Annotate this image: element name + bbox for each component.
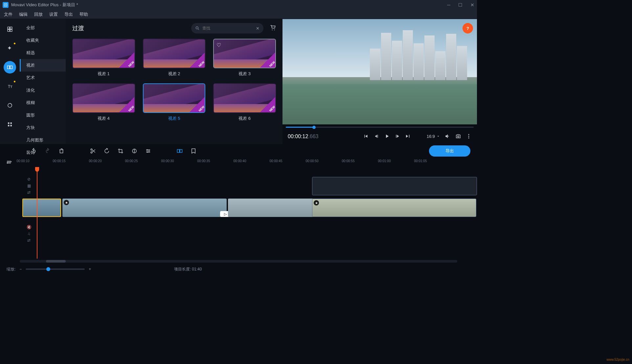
- cat-circle[interactable]: 圆形: [20, 109, 66, 121]
- menu-file[interactable]: 文件: [4, 11, 12, 17]
- timeline-tracks[interactable]: ⊘ ▦ ⇄ 👁 🔊 ← ★ ▷ ▷ ★ 🔇 ♫ ⇄: [0, 167, 477, 259]
- overlay-clip[interactable]: [312, 177, 477, 195]
- clip-effect-icon[interactable]: ★: [64, 200, 69, 205]
- transition-wizard-button[interactable]: [177, 148, 183, 154]
- audio-mute-icon[interactable]: 🔇: [27, 225, 32, 229]
- transitions-button[interactable]: [4, 61, 16, 74]
- clip-properties-button[interactable]: [145, 148, 151, 154]
- snapshot-button[interactable]: [455, 133, 461, 139]
- svg-rect-8: [11, 125, 12, 127]
- color-adjust-button[interactable]: [131, 148, 137, 154]
- aspect-ratio-select[interactable]: 16:9: [427, 134, 440, 139]
- zoom-slider[interactable]: [26, 268, 85, 270]
- video-clip-2[interactable]: ★: [62, 199, 227, 217]
- overlay-track-icon[interactable]: ▦: [27, 183, 31, 188]
- preview-controls: 00:00:12.663 16:9: [282, 128, 477, 144]
- cat-parallax[interactable]: 视差: [20, 59, 66, 72]
- zoom-in-button[interactable]: +: [89, 267, 91, 271]
- svg-rect-22: [177, 150, 180, 153]
- svg-text:Tᴛ: Tᴛ: [8, 84, 12, 89]
- svg-point-17: [91, 149, 92, 150]
- stickers-button[interactable]: [4, 99, 16, 112]
- timeline-scrollbar[interactable]: [20, 260, 457, 263]
- timeline-footer: 缩放: − + 项目长度: 01:40: [0, 264, 477, 274]
- menu-settings[interactable]: 设置: [49, 11, 58, 17]
- help-button[interactable]: ?: [463, 23, 473, 33]
- overlay-link-icon[interactable]: ⇄: [27, 190, 31, 195]
- rotate-button[interactable]: [104, 148, 110, 154]
- titles-button[interactable]: Tᴛ: [4, 80, 16, 93]
- cat-all[interactable]: 全部: [20, 22, 66, 34]
- delete-button[interactable]: [58, 148, 64, 154]
- prev-frame-button[interactable]: [373, 133, 379, 139]
- search-input[interactable]: [202, 26, 253, 31]
- svg-rect-2: [10, 66, 12, 69]
- transition-item-4[interactable]: NEW视差 4: [72, 83, 135, 121]
- transition-item-3[interactable]: ♡NEW视差 3: [213, 39, 276, 77]
- add-track-button[interactable]: +: [6, 159, 12, 166]
- timeline-ruler[interactable]: + 00:00:1000:00:1500:00:2000:00:2500:00:…: [0, 158, 477, 167]
- more-button[interactable]: [4, 118, 16, 131]
- filters-button[interactable]: [4, 42, 16, 54]
- search-box[interactable]: ✕: [191, 23, 263, 33]
- video-clip-4[interactable]: ★: [312, 199, 476, 217]
- transition-item-1[interactable]: NEW视差 1: [72, 39, 135, 77]
- cat-block[interactable]: 方块: [20, 121, 66, 134]
- redo-button[interactable]: [45, 148, 51, 154]
- svg-rect-1: [8, 66, 10, 69]
- clip-effect-icon[interactable]: ★: [314, 200, 319, 205]
- menu-edit[interactable]: 编辑: [19, 11, 28, 17]
- favorite-icon[interactable]: ♡: [216, 42, 221, 48]
- marker-button[interactable]: [191, 148, 196, 154]
- time-display: 00:00:12.663: [288, 133, 318, 139]
- titlebar: Movavi Video Editor Plus - 新项目 * ─ ☐ ✕: [0, 0, 477, 10]
- transition-item-6[interactable]: NEW视差 6: [213, 83, 276, 121]
- overlay-visibility-icon[interactable]: ⊘: [27, 177, 31, 182]
- import-button[interactable]: [4, 23, 16, 35]
- clear-search-icon[interactable]: ✕: [256, 26, 260, 31]
- zoom-label: 缩放:: [7, 267, 15, 272]
- close-button[interactable]: ✕: [470, 2, 474, 8]
- svg-point-10: [272, 29, 273, 30]
- svg-point-19: [147, 149, 148, 150]
- svg-rect-6: [11, 122, 12, 124]
- menu-playback[interactable]: 回放: [34, 11, 43, 17]
- cut-button[interactable]: [90, 148, 96, 154]
- preview-more-button[interactable]: [466, 133, 472, 139]
- transition-item-2[interactable]: NEW视差 2: [143, 39, 206, 77]
- export-button[interactable]: 导出: [429, 145, 470, 157]
- audio-track-icon[interactable]: ♫: [28, 231, 31, 236]
- cat-favorites[interactable]: 收藏夹: [20, 34, 66, 47]
- next-clip-button[interactable]: [405, 133, 411, 139]
- transition-item-5[interactable]: NEW视差 5: [143, 83, 206, 121]
- volume-button[interactable]: [445, 133, 451, 139]
- preview-video[interactable]: ?: [282, 19, 477, 124]
- ruler-tick: 00:01:05: [414, 159, 427, 163]
- minimize-button[interactable]: ─: [447, 2, 450, 8]
- toolbar-left: Tᴛ: [0, 19, 20, 144]
- playbar[interactable]: [286, 126, 474, 128]
- cart-icon[interactable]: [270, 25, 276, 32]
- menu-export[interactable]: 导出: [64, 11, 73, 17]
- category-panel: 全部 收藏夹 精选 视差 艺术 淡化 模糊 圆形 方块 几何图形 装饰: [20, 19, 66, 144]
- cat-fade[interactable]: 淡化: [20, 84, 66, 96]
- svg-point-20: [149, 151, 150, 152]
- svg-point-16: [91, 152, 92, 153]
- undo-button[interactable]: [31, 148, 37, 154]
- menu-help[interactable]: 帮助: [79, 11, 88, 17]
- svg-point-9: [196, 27, 198, 29]
- timeline-area: 导出 + 00:00:1000:00:1500:00:2000:00:2500:…: [0, 144, 477, 274]
- cat-art[interactable]: 艺术: [20, 72, 66, 84]
- cat-blur[interactable]: 模糊: [20, 96, 66, 109]
- play-button[interactable]: [384, 133, 390, 139]
- crop-button[interactable]: [118, 148, 124, 154]
- ruler-tick: 00:00:10: [17, 159, 30, 163]
- video-clip-1[interactable]: [22, 199, 61, 217]
- playhead[interactable]: [37, 167, 37, 259]
- audio-link-icon[interactable]: ⇄: [27, 238, 31, 243]
- maximize-button[interactable]: ☐: [458, 2, 463, 8]
- zoom-out-button[interactable]: −: [19, 267, 22, 271]
- cat-featured[interactable]: 精选: [20, 47, 66, 59]
- next-frame-button[interactable]: [395, 133, 400, 139]
- prev-clip-button[interactable]: [363, 133, 369, 139]
